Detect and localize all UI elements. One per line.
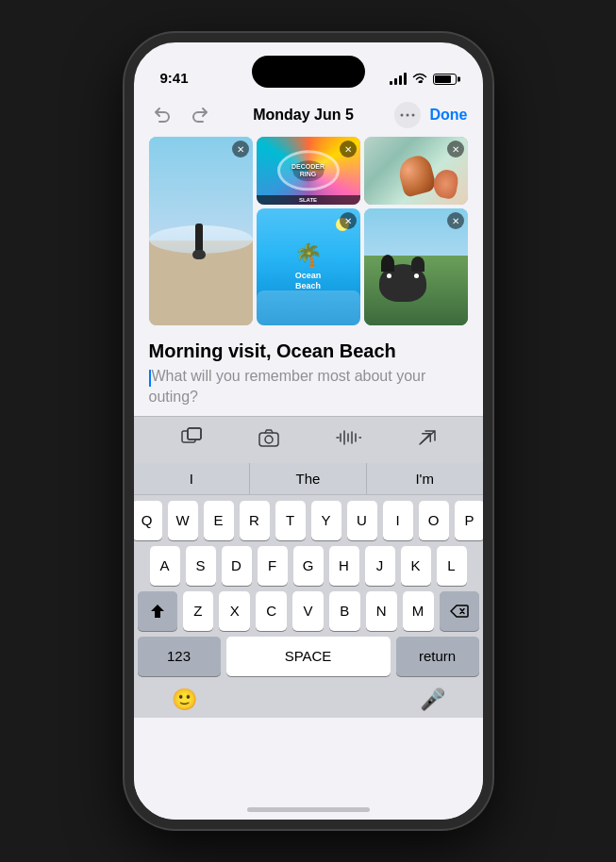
key-y[interactable]: Y [311, 501, 341, 540]
keyboard-toolbar [134, 416, 483, 463]
beach-photo-item[interactable]: ✕ [149, 137, 253, 325]
key-v[interactable]: V [292, 591, 324, 631]
keyboard-row-1: Q W E R T Y U I O P [138, 501, 479, 540]
home-indicator [247, 807, 370, 812]
done-button[interactable]: Done [430, 107, 468, 124]
predictive-item-the[interactable]: The [250, 463, 367, 494]
key-o[interactable]: O [419, 501, 449, 540]
ocean-beach-widget-item[interactable]: 🌴 OceanBeach ✕ [257, 208, 360, 325]
waveform-button[interactable] [335, 427, 361, 453]
emoji-button[interactable]: 🙂 [172, 688, 197, 712]
key-w[interactable]: W [168, 501, 198, 540]
key-x[interactable]: X [219, 591, 250, 631]
space-key[interactable]: space [226, 637, 391, 676]
key-z[interactable]: Z [183, 591, 214, 631]
key-b[interactable]: B [329, 591, 360, 631]
wifi-icon [412, 72, 427, 86]
svg-point-1 [400, 114, 403, 117]
note-body[interactable]: What will you remember most about your o… [149, 366, 468, 408]
key-j[interactable]: J [365, 546, 395, 586]
status-icons [390, 72, 457, 86]
key-s[interactable]: S [186, 546, 216, 586]
key-t[interactable]: T [275, 501, 306, 540]
remove-beach-photo-button[interactable]: ✕ [232, 141, 249, 157]
backspace-key[interactable] [440, 591, 479, 631]
dog-photo-item[interactable]: ✕ [364, 208, 468, 325]
key-r[interactable]: R [240, 501, 270, 540]
numbers-key[interactable]: 123 [138, 637, 221, 676]
key-i[interactable]: I [383, 501, 413, 540]
toolbar: Monday Jun 5 Done [134, 93, 483, 137]
key-q[interactable]: Q [132, 501, 162, 540]
remove-widget-button[interactable]: ✕ [340, 212, 357, 229]
key-u[interactable]: U [347, 501, 377, 540]
keyboard-row-3: Z X C V B N M [138, 591, 479, 631]
key-l[interactable]: L [437, 546, 467, 586]
key-h[interactable]: H [329, 546, 359, 586]
camera-button[interactable] [258, 427, 280, 453]
key-d[interactable]: D [222, 546, 252, 586]
svg-rect-5 [188, 428, 201, 439]
keyboard-row-2: A S D F G H J K L [138, 546, 479, 586]
svg-point-2 [406, 114, 408, 117]
svg-rect-7 [259, 433, 278, 446]
podcast-title: DECODERRING [291, 163, 325, 177]
key-p[interactable]: P [455, 501, 485, 540]
more-options-button[interactable] [394, 102, 421, 128]
key-m[interactable]: M [403, 591, 434, 631]
redo-button[interactable] [185, 101, 213, 129]
return-key[interactable]: return [396, 637, 479, 676]
podcast-item[interactable]: DECODERRING SLATE ✕ [257, 137, 360, 205]
dynamic-island [252, 56, 365, 88]
key-e[interactable]: E [204, 501, 234, 540]
text-cursor [149, 370, 151, 387]
bottom-bar: 🙂 🎤 [134, 680, 483, 718]
keyboard: Q W E R T Y U I O P A S D F G H J K [134, 495, 483, 680]
status-time: 9:41 [160, 70, 189, 86]
signal-icon [390, 74, 407, 85]
predictive-item-i[interactable]: I [134, 463, 251, 494]
remove-podcast-button[interactable]: ✕ [340, 141, 357, 157]
toolbar-actions: Done [394, 102, 468, 128]
media-grid: ✕ DECODERRING SLATE ✕ [149, 137, 468, 325]
note-title: Morning visit, Ocean Beach [149, 340, 468, 362]
shift-key[interactable] [138, 591, 177, 631]
podcast-label: SLATE [257, 195, 360, 205]
ocean-beach-label: OceanBeach [295, 271, 322, 291]
note-content-area[interactable]: Morning visit, Ocean Beach What will you… [134, 337, 483, 416]
svg-point-8 [265, 436, 273, 443]
toolbar-navigation [149, 101, 213, 129]
microphone-button[interactable]: 🎤 [420, 688, 445, 712]
phone-frame: 9:41 [125, 33, 492, 829]
send-button[interactable] [416, 427, 437, 453]
key-n[interactable]: N [366, 591, 397, 631]
predictive-item-im[interactable]: I'm [367, 463, 483, 494]
key-g[interactable]: G [293, 546, 324, 586]
water-decoration [257, 290, 360, 325]
toolbar-date: Monday Jun 5 [213, 107, 394, 124]
battery-icon [433, 74, 457, 85]
photo-library-button[interactable] [180, 426, 203, 454]
key-k[interactable]: K [401, 546, 431, 586]
predictive-text-bar: I The I'm [134, 463, 483, 495]
remove-shell-button[interactable]: ✕ [447, 141, 464, 157]
key-a[interactable]: A [150, 546, 180, 586]
key-f[interactable]: F [258, 546, 288, 586]
keyboard-bottom-row: 123 space return [138, 637, 479, 676]
key-c[interactable]: C [256, 591, 287, 631]
shell-photo-item[interactable]: ✕ [364, 137, 468, 205]
undo-button[interactable] [149, 101, 177, 129]
svg-point-3 [411, 114, 414, 117]
remove-dog-photo-button[interactable]: ✕ [447, 212, 464, 229]
content-area: Monday Jun 5 Done [134, 93, 483, 820]
